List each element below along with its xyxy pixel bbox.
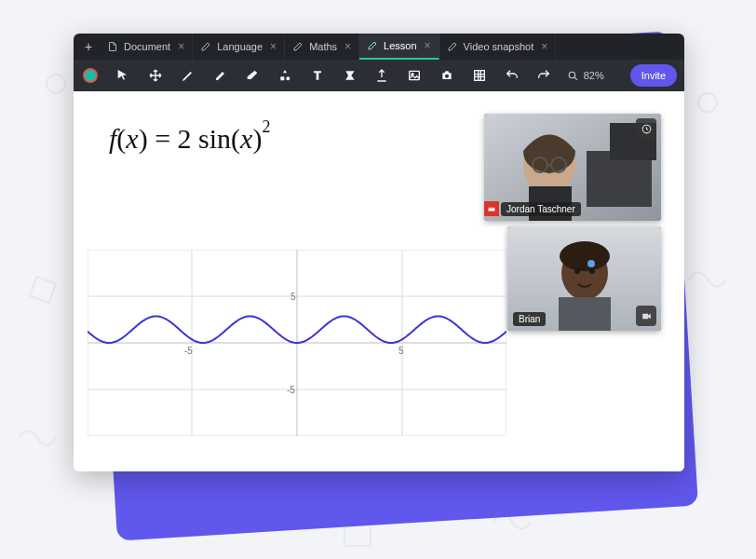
invite-button[interactable]: Invite (630, 64, 677, 87)
close-icon[interactable]: × (344, 40, 351, 53)
svg-rect-8 (474, 71, 484, 81)
text-tool[interactable] (307, 65, 327, 86)
close-icon[interactable]: × (541, 40, 547, 53)
edit-icon (292, 41, 304, 52)
equation-tool[interactable] (340, 65, 359, 86)
svg-point-32 (574, 268, 580, 274)
shapes-tool[interactable] (276, 65, 295, 86)
equation-display: f(x) = 2 sin(x)2 (109, 123, 270, 155)
svg-point-31 (560, 241, 610, 271)
highlighter-tool[interactable] (210, 65, 230, 86)
whiteboard-canvas[interactable]: f(x) = 2 sin(x)2 5 -5 5 -5 (74, 91, 684, 471)
video-name-label: Brian (513, 312, 546, 326)
xtick-neg: -5 (184, 346, 193, 356)
tab-maths[interactable]: Maths × (285, 34, 359, 60)
eraser-tool[interactable] (243, 65, 263, 86)
ytick-pos: 5 (290, 292, 296, 302)
xtick-pos: 5 (398, 346, 404, 356)
svg-point-35 (587, 260, 595, 267)
svg-point-33 (589, 268, 595, 274)
file-icon (107, 41, 118, 52)
tab-language[interactable]: Language × (193, 34, 285, 60)
edit-icon (367, 40, 378, 51)
tab-label: Lesson (384, 40, 416, 51)
move-tool[interactable] (146, 65, 166, 86)
tab-label: Maths (309, 41, 337, 52)
close-icon[interactable]: × (425, 39, 431, 52)
toolbar: 82% Invite (74, 60, 684, 91)
svg-point-0 (47, 75, 65, 93)
svg-point-7 (445, 75, 449, 78)
close-icon[interactable]: × (270, 40, 277, 53)
svg-rect-5 (410, 71, 420, 79)
tab-video-snapshot[interactable]: Video snapshot × (439, 34, 557, 60)
upload-tool[interactable] (372, 65, 392, 86)
image-tool[interactable] (405, 65, 425, 86)
tab-label: Language (217, 41, 263, 52)
zoom-label: 82% (584, 70, 604, 81)
video-tile-host[interactable]: Jordan Taschner (484, 114, 661, 221)
camera-tool[interactable] (438, 65, 457, 86)
record-button[interactable] (81, 65, 101, 86)
tab-strip: + Document × Language × Maths × (74, 34, 684, 60)
camera-toggle-icon[interactable] (636, 306, 656, 326)
app-window: + Document × Language × Maths × (74, 34, 684, 471)
svg-rect-34 (559, 297, 611, 331)
svg-rect-1 (30, 277, 56, 303)
zoom-control[interactable]: 82% (567, 70, 604, 82)
select-tool[interactable] (114, 65, 133, 86)
svg-point-9 (569, 72, 575, 78)
edit-icon (447, 41, 458, 52)
video-settings-icon[interactable] (636, 118, 656, 139)
video-tile-guest[interactable]: Brian (507, 226, 661, 331)
undo-button[interactable] (502, 65, 521, 86)
edit-icon (200, 41, 211, 52)
search-icon (567, 70, 579, 82)
add-tab-button[interactable]: + (77, 34, 100, 60)
ytick-neg: -5 (287, 385, 295, 395)
host-crown-icon (484, 201, 499, 216)
grid-tool[interactable] (469, 65, 489, 86)
tab-label: Document (124, 41, 170, 52)
video-name-label: Jordan Taschner (501, 202, 581, 216)
tab-label: Video snapshot (464, 41, 534, 52)
function-plot: 5 -5 5 -5 (88, 250, 506, 436)
close-icon[interactable]: × (178, 40, 184, 53)
tab-lesson[interactable]: Lesson × (359, 34, 439, 60)
redo-button[interactable] (534, 65, 554, 86)
tab-document[interactable]: Document × (100, 34, 193, 60)
pen-tool[interactable] (178, 65, 197, 86)
svg-point-2 (698, 93, 717, 112)
